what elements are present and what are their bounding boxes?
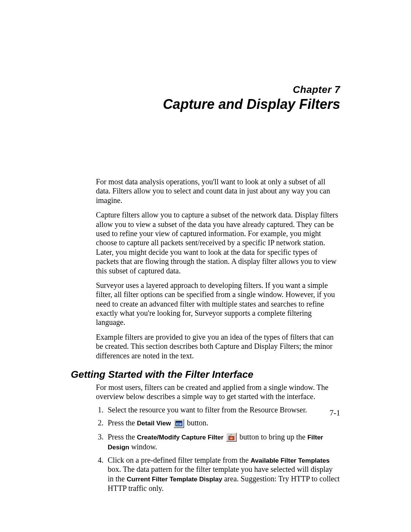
step-4: Click on a pre-defined filter template f…: [105, 455, 340, 493]
section-lead: For most users, filters can be created a…: [96, 383, 340, 401]
available-filter-templates-label: Available Filter Templates: [250, 457, 330, 464]
svg-rect-4: [177, 424, 180, 425]
svg-point-7: [232, 435, 234, 436]
intro-paragraph-4: Example filters are provided to give you…: [96, 332, 340, 360]
intro-paragraph-1: For most data analysis operations, you'l…: [96, 177, 340, 205]
page-number: 7-1: [330, 408, 340, 418]
document-page: Chapter 7 Capture and Display Filters Fo…: [0, 0, 411, 532]
section-body: For most users, filters can be created a…: [96, 383, 340, 493]
create-modify-filter-label: Create/Modify Capture Filter: [137, 434, 224, 441]
current-filter-template-display-label: Current Filter Template Display: [127, 476, 222, 483]
intro-block: For most data analysis operations, you'l…: [96, 177, 340, 360]
svg-rect-2: [176, 422, 182, 423]
step-4-text-a: Click on a pre-defined filter template f…: [108, 456, 250, 464]
create-filter-icon: [226, 433, 237, 442]
section-heading: Getting Started with the Filter Interfac…: [71, 369, 340, 380]
detail-view-label: Detail View: [137, 420, 171, 427]
step-3-text-a: Press the: [108, 433, 137, 441]
steps-list: Select the resource you want to filter f…: [96, 405, 340, 493]
chapter-label-prefix: Chapter: [293, 84, 332, 95]
detail-view-icon: [174, 419, 184, 428]
intro-paragraph-3: Surveyor uses a layered approach to deve…: [96, 281, 340, 327]
svg-rect-6: [230, 438, 233, 439]
step-1-text: Select the resource you want to filter f…: [108, 406, 307, 414]
chapter-header: Chapter 7 Capture and Display Filters: [71, 84, 340, 112]
svg-rect-3: [177, 423, 181, 424]
step-2-text-b: button.: [185, 419, 208, 427]
step-2-text-a: Press the: [108, 419, 137, 427]
chapter-number: 7: [335, 84, 340, 95]
chapter-label: Chapter 7: [71, 84, 340, 96]
step-3-text-c: window.: [129, 443, 157, 451]
intro-paragraph-2: Capture filters allow you to capture a s…: [96, 210, 340, 275]
step-3: Press the Create/Modify Capture Filter b…: [105, 432, 340, 452]
step-2: Press the Detail View button.: [105, 418, 340, 428]
chapter-title: Capture and Display Filters: [71, 96, 340, 112]
step-3-text-b: button to bring up the: [237, 433, 307, 441]
step-1: Select the resource you want to filter f…: [105, 405, 340, 414]
